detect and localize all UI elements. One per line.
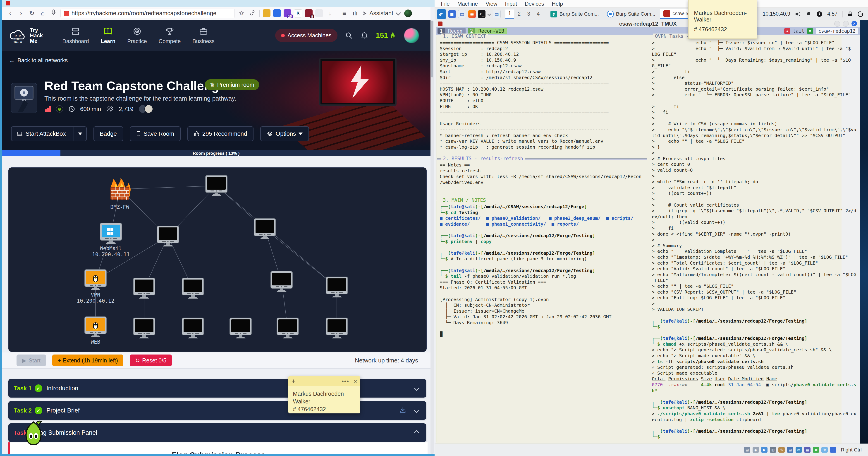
folder-icon[interactable]: ▤ [493,10,501,18]
download-icon[interactable]: ↓ [326,10,334,17]
diagram-node-m4b[interactable] [180,317,206,340]
workspace-4[interactable]: 4 [534,9,542,19]
diagram-node-m2b[interactable] [252,218,278,241]
badge-button[interactable]: Badge [93,126,123,141]
menu-help[interactable]: Help [549,1,566,7]
cubes-icon[interactable]: ▦ [804,447,810,453]
chevron-down-icon[interactable] [414,386,420,391]
kali-menu-icon[interactable] [437,9,446,19]
mic-icon[interactable] [50,9,58,17]
diagram-node-m4d[interactable] [275,317,300,340]
nav-item-learn[interactable]: Learn [101,27,116,45]
access-machines-button[interactable]: Access Machines [275,29,338,42]
pages-icon[interactable]: ▥ [770,447,776,453]
diagram-node-m4a[interactable] [131,317,157,340]
nav-item-compete[interactable]: Compete [159,27,181,45]
audio-icon[interactable]: ▶ [761,447,768,453]
pane-main-notes[interactable]: 3. MAIN / NOTES┌──(tafe@kali)-[/media/…/… [437,201,647,442]
chevron-down-icon[interactable] [487,12,491,16]
diagram-node-m3b[interactable] [180,278,206,300]
firefox-icon[interactable]: ◉ [468,10,476,18]
sticky-close-icon[interactable]: × [354,378,357,385]
menu-machine[interactable]: Machine [454,1,481,7]
chevron-down-icon[interactable] [414,408,420,413]
browser-scrollbar[interactable] [431,20,434,454]
nav-item-practice[interactable]: Practice [127,27,147,45]
equalizer-icon[interactable]: ılı [351,10,359,17]
container-icon[interactable] [273,9,281,17]
user-avatar[interactable] [404,28,419,43]
browser-tab-strip[interactable] [0,0,435,7]
tmux-tab-recon[interactable]: 1Recon [437,28,466,34]
edit-icon[interactable]: ✎ [778,447,785,453]
hdd-icon[interactable]: ▤ [744,447,750,453]
assistant-button[interactable]: Assistant [362,10,393,17]
diagram-node-topmon[interactable] [204,175,229,198]
start-attackbox-button[interactable]: Start AttackBox [11,126,87,141]
nav-item-dashboard[interactable]: Dashboard [62,27,89,45]
diagram-node-m3d[interactable] [324,276,349,299]
chevron-up-icon[interactable] [414,430,420,435]
files-icon[interactable]: ▤ [458,10,466,18]
password-manager-icon[interactable] [263,9,271,17]
keepass-icon[interactable]: K [294,9,302,18]
download-task-icon[interactable] [400,407,406,414]
taskbar-window-burp-suite-com-[interactable]: Burp Suite Com... [604,9,659,19]
download-icon[interactable]: ↓ [830,447,836,453]
diagram-node-m4c[interactable] [228,317,253,340]
diagram-node-dmz[interactable] [105,175,134,205]
logout-icon[interactable] [858,11,864,17]
lock-icon[interactable] [848,11,852,17]
optical-icon[interactable]: ◉ [752,447,759,453]
diagram-node-m4e[interactable] [324,317,349,340]
folder-icon[interactable]: ▤ [787,447,793,453]
save-room-button[interactable]: Save Room [130,126,181,141]
streak-counter[interactable]: 151 [376,31,396,40]
terminal-icon[interactable]: >_ [478,10,486,18]
network-start-button[interactable]: ▶Start [17,354,46,366]
thm-logo[interactable]: 10 1011100101 01 TryHackMe [8,26,43,45]
hamburger-menu-icon[interactable]: ≡ [340,10,348,17]
diagram-node-webmail[interactable] [98,223,124,245]
diagram-node-m3c[interactable] [269,271,294,293]
diagram-node-m3a[interactable] [131,278,157,300]
share-icon[interactable] [315,9,323,17]
sticky-note[interactable]: + ••• × Markus Dachroeden-Walker # 47646… [288,376,360,414]
task-row-3[interactable]: TaskFlag Submission Panel [8,423,426,442]
close-button[interactable]: ✕ [851,21,857,26]
app-icon[interactable]: ▣ [448,10,456,18]
back-icon[interactable]: ‹ [6,10,14,17]
menu-view[interactable]: View [482,1,500,7]
terminal-window-titlebar[interactable]: csaw-redcap12_TMUX ✕ [436,20,860,27]
proxy-switcher-icon[interactable]: 25 [284,9,291,17]
tmux-tab-recon-web[interactable]: 2Recon-WEB [468,28,507,34]
vm-clock[interactable]: 4:57 [827,11,837,17]
diagram-node-m2a[interactable] [155,225,181,248]
network-diagram[interactable]: DMZ-FWWebMail10.200.40.11VPN10.200.40.12… [8,167,427,352]
attackbox-dropdown[interactable] [73,127,86,141]
nav-item-business[interactable]: Business [192,27,214,45]
notifications-bell-icon[interactable] [361,32,368,39]
diagram-node-vpn[interactable] [83,269,108,292]
sticky-menu-icon[interactable]: ••• [342,378,349,385]
menu-devices[interactable]: Devices [522,1,547,7]
url-bar[interactable]: https://tryhackme.com/room/redteamcapsto… [61,9,235,18]
pane-csaw-context[interactable]: 1. CSAW CONTEXT==================== CSAW… [437,37,647,159]
chevron-down-icon[interactable] [396,10,401,16]
copy-link-icon[interactable] [249,10,256,17]
pane-ovpn-tasks[interactable]: OVPN Tasks - VPN Portal> echo " ├─ Issue… [649,37,859,442]
menu-file[interactable]: File [438,1,453,7]
taskbar-window-burp-suite-com-[interactable]: Burp Suite Com... [547,9,602,19]
room-progress-bar[interactable]: Room progress ( 13% ) [2,150,431,156]
maximize-button[interactable] [843,21,849,27]
volume-icon[interactable] [795,11,801,17]
task-row-1[interactable]: Task 1✓Introduction [8,379,426,398]
display-icon[interactable]: ▭ [796,447,802,453]
power-icon[interactable] [816,11,822,17]
workspace-1[interactable]: 1 [505,9,514,19]
sticky-add-icon[interactable]: + [291,377,296,385]
workspace-2[interactable]: 2 [515,9,524,19]
diagram-node-web[interactable] [83,316,108,339]
notifications-icon[interactable] [806,11,811,17]
options-button[interactable]: Options [260,126,309,141]
